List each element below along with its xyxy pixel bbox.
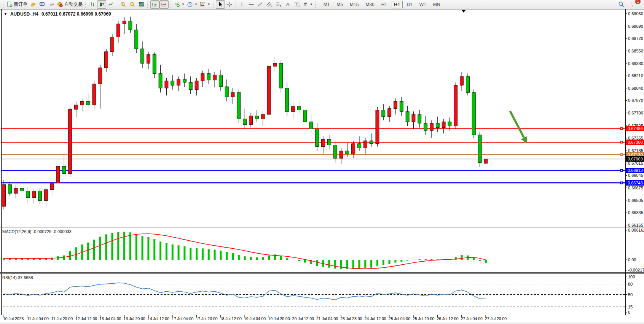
chart-shift-button[interactable] (159, 0, 169, 9)
macd-histogram-bar (250, 257, 252, 260)
search-icon (618, 1, 625, 8)
periods-button[interactable]: ▼ (186, 0, 199, 9)
indicators-button[interactable]: ▼ (173, 0, 186, 9)
macd-histogram-bar (298, 260, 300, 261)
zoom-out-button[interactable] (128, 0, 137, 9)
candle-body (14, 188, 18, 193)
price-axis-label: 0.66505 (628, 198, 643, 203)
candle-body (267, 66, 271, 114)
vertical-line-button[interactable] (238, 0, 247, 9)
clock-icon (187, 2, 193, 8)
candle-body (141, 49, 144, 63)
macd-histogram-bar (111, 233, 113, 260)
timeframe-button-w1[interactable]: W1 (416, 1, 429, 8)
candle-body (195, 81, 198, 90)
macd-histogram-bar (153, 239, 155, 260)
macd-histogram-bar (304, 260, 306, 263)
candle-body (261, 114, 265, 119)
time-axis-label: 21 Jul 04:00 (316, 316, 338, 321)
autotrading-label: 自动交易 (64, 1, 83, 8)
toolbar-grip[interactable] (213, 2, 215, 8)
macd-histogram-bar (147, 237, 149, 260)
timeframe-button-d1[interactable]: D1 (403, 1, 415, 8)
timeframe-button-mn[interactable]: MN (430, 1, 443, 8)
candle-body (376, 110, 379, 143)
candle-body (80, 101, 84, 105)
toolbar-grip[interactable] (85, 2, 87, 8)
timeframe-button-m1[interactable]: M1 (320, 1, 333, 8)
macd-histogram-bar (292, 260, 294, 260)
arrows-button[interactable]: ▼ (301, 0, 314, 9)
chart-title: ▼ AUDUSD-,H4 0.67011 0.67072 0.66999 0.6… (4, 11, 111, 17)
fibonacci-button[interactable]: F (274, 0, 283, 9)
macd-histogram-bar (400, 260, 402, 262)
chevron-down-icon: ▼ (194, 3, 198, 6)
macd-histogram-bar (27, 259, 29, 260)
timeframe-button-m15[interactable]: M15 (347, 1, 362, 8)
price-axis-label: 0.67870 (628, 98, 643, 103)
macd-histogram-bar (214, 250, 216, 260)
timeframe-button-h4[interactable]: H4 (391, 1, 403, 8)
equidistant-channel-button[interactable]: E (265, 0, 274, 9)
macd-axis-label: 0.00 (628, 257, 636, 262)
chevron-down-icon: ▼ (310, 3, 313, 6)
toolbar-grip[interactable] (3, 2, 5, 8)
zoom-in-icon (120, 2, 126, 8)
macd-histogram-bar (159, 241, 161, 260)
horizontal-line-button[interactable] (247, 0, 256, 9)
timeframe-button-m30[interactable]: M30 (362, 1, 377, 8)
signal-icon (49, 2, 54, 7)
data-window-button[interactable] (38, 0, 47, 9)
macd-histogram-bar (430, 259, 432, 260)
timeframe-button-h1[interactable]: H1 (378, 1, 390, 8)
time-axis-label: 25 Jul 20:00 (413, 316, 434, 321)
new-order-button[interactable]: 新订单 (6, 0, 29, 9)
candle-body (340, 151, 343, 158)
macd-histogram-bar (425, 259, 427, 260)
macd-histogram-bar (328, 260, 330, 268)
zoom-in-button[interactable] (119, 0, 128, 9)
price-axis-label: 0.67700 (628, 111, 643, 115)
macd-histogram-bar (376, 260, 378, 266)
cursor-button[interactable] (216, 0, 225, 9)
time-axis-label: 13 Jul 20:00 (124, 316, 145, 321)
text-button[interactable]: A (283, 0, 292, 9)
timeframe-button-m5[interactable]: M5 (333, 1, 346, 8)
market-watch-button[interactable] (29, 0, 38, 9)
chart-ohlc-values: 0.67011 0.67072 0.66999 0.67069 (41, 11, 111, 17)
macd-histogram-bar (123, 232, 125, 260)
chart-shift-icon (161, 2, 167, 7)
candle-body (20, 188, 24, 191)
templates-button[interactable]: ▼ (199, 0, 212, 9)
toolbar-grip[interactable] (315, 2, 317, 8)
macd-histogram-bar (69, 251, 71, 260)
current-price-label: 0.67069 (626, 156, 644, 162)
toolbar-grip[interactable] (147, 2, 149, 8)
candle-body (62, 166, 66, 173)
candlestick-chart-button[interactable] (97, 0, 106, 9)
crosshair-button[interactable] (225, 0, 234, 9)
ohlc-bars-icon (90, 2, 96, 7)
toolbar-grip[interactable] (170, 2, 172, 8)
notifications-button[interactable]: 1 (630, 0, 639, 9)
candle-body (171, 81, 174, 86)
chart-canvas[interactable] (0, 9, 644, 322)
tile-windows-button[interactable] (137, 0, 146, 9)
line-chart-button[interactable] (106, 0, 115, 9)
text-label-button[interactable]: T (292, 0, 301, 9)
macd-histogram-bar (280, 256, 282, 260)
macd-indicator-label: MACD(12,26,9) -0.000729 -0.000033 (2, 229, 72, 234)
bar-chart-button[interactable] (88, 0, 97, 9)
auto-scroll-button[interactable] (150, 0, 159, 9)
chart-symbol-period: AUDUSD-,H4 (10, 11, 38, 17)
search-button[interactable] (617, 0, 626, 9)
candle-body (69, 110, 72, 174)
trendline-button[interactable] (256, 0, 265, 9)
collapse-triangle-icon[interactable]: ▼ (4, 12, 7, 16)
line-chart-icon (108, 2, 114, 7)
arrow-objects-icon (303, 2, 308, 7)
autotrading-button[interactable]: 自动交易 (56, 0, 84, 9)
signals-button[interactable] (47, 0, 56, 9)
level-line-handle-center (621, 128, 622, 129)
toolbar-separator (236, 1, 236, 8)
